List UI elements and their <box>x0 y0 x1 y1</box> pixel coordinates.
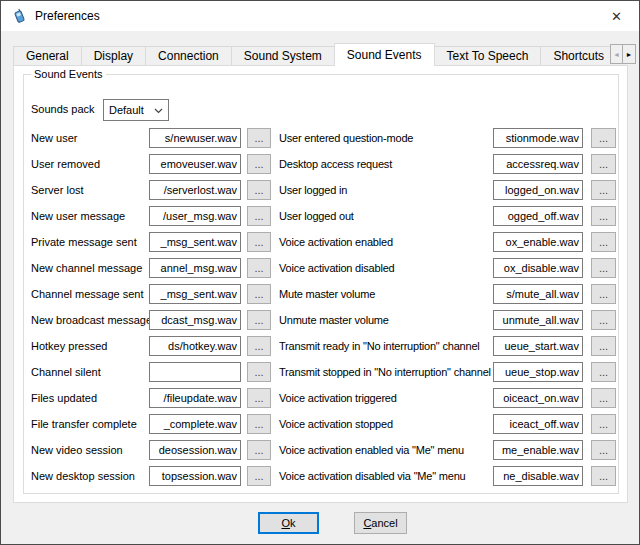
sound-file-input[interactable] <box>493 310 583 330</box>
sound-event-label: User logged in <box>279 184 493 196</box>
tab-text-to-speech[interactable]: Text To Speech <box>435 46 542 66</box>
titlebar: Preferences ✕ <box>1 1 639 31</box>
sound-event-row: File transfer complete ... <box>31 411 271 437</box>
sound-events-column-left: New user ... User removed ... Server los… <box>31 125 271 489</box>
tab-scroll-right-icon[interactable]: ► <box>623 45 635 63</box>
sound-file-input[interactable] <box>493 284 583 304</box>
browse-button[interactable]: ... <box>247 414 271 434</box>
sound-event-label: New broadcast message <box>31 314 149 326</box>
sound-event-row: User removed ... <box>31 151 271 177</box>
sound-file-input[interactable] <box>149 284 241 304</box>
sound-event-row: New user message ... <box>31 203 271 229</box>
sound-event-row: Transmit ready in "No interruption" chan… <box>279 333 616 359</box>
tab-strip: General Display Connection Sound System … <box>13 43 613 66</box>
browse-button[interactable]: ... <box>247 180 271 200</box>
sound-file-input[interactable] <box>149 206 241 226</box>
browse-button[interactable]: ... <box>591 388 616 408</box>
browse-button[interactable]: ... <box>247 336 271 356</box>
sound-file-input[interactable] <box>149 232 241 252</box>
sound-file-input[interactable] <box>493 362 583 382</box>
sound-event-label: Desktop access request <box>279 158 493 170</box>
sound-event-label: Unmute master volume <box>279 314 493 326</box>
sound-file-input[interactable] <box>493 128 583 148</box>
browse-button[interactable]: ... <box>591 440 616 460</box>
sound-file-input[interactable] <box>493 258 583 278</box>
sound-file-input[interactable] <box>149 388 241 408</box>
sound-file-input[interactable] <box>149 466 241 486</box>
sound-file-input[interactable] <box>493 154 583 174</box>
browse-button[interactable]: ... <box>591 206 616 226</box>
window-title: Preferences <box>35 9 100 23</box>
close-button[interactable]: ✕ <box>594 1 639 31</box>
sound-file-input[interactable] <box>149 310 241 330</box>
browse-button[interactable]: ... <box>591 180 616 200</box>
browse-button[interactable]: ... <box>591 336 616 356</box>
browse-button[interactable]: ... <box>247 466 271 486</box>
sound-file-input[interactable] <box>493 440 583 460</box>
browse-button[interactable]: ... <box>247 206 271 226</box>
browse-button[interactable]: ... <box>591 154 616 174</box>
app-icon <box>11 8 27 24</box>
tab-general[interactable]: General <box>13 46 82 66</box>
browse-button[interactable]: ... <box>591 466 616 486</box>
sound-file-input[interactable] <box>493 466 583 486</box>
sound-file-input[interactable] <box>149 336 241 356</box>
sound-event-label: Files updated <box>31 392 149 404</box>
sound-file-input[interactable] <box>149 362 241 382</box>
browse-button[interactable]: ... <box>247 232 271 252</box>
cancel-button[interactable]: Cancel <box>354 512 407 534</box>
browse-button[interactable]: ... <box>591 258 616 278</box>
sound-event-row: Voice activation stopped ... <box>279 411 616 437</box>
sound-event-row: Desktop access request ... <box>279 151 616 177</box>
sounds-pack-label: Sounds pack <box>31 103 95 115</box>
sound-file-input[interactable] <box>493 388 583 408</box>
sound-file-input[interactable] <box>493 414 583 434</box>
sound-event-label: Channel silent <box>31 366 149 378</box>
sound-file-input[interactable] <box>493 336 583 356</box>
sound-event-label: Mute master volume <box>279 288 493 300</box>
sound-event-label: Hotkey pressed <box>31 340 149 352</box>
browse-button[interactable]: ... <box>591 284 616 304</box>
ok-button[interactable]: Ok <box>258 512 319 534</box>
sound-file-input[interactable] <box>493 180 583 200</box>
sound-event-label: User entered question-mode <box>279 132 493 144</box>
sound-event-label: New desktop session <box>31 470 149 482</box>
browse-button[interactable]: ... <box>247 258 271 278</box>
sound-event-label: Private message sent <box>31 236 149 248</box>
sound-file-input[interactable] <box>149 414 241 434</box>
chevron-down-icon <box>154 108 163 114</box>
tab-scroll-left-icon[interactable]: ◄ <box>611 45 623 63</box>
sound-event-label: Voice activation enabled <box>279 236 493 248</box>
browse-button[interactable]: ... <box>247 128 271 148</box>
sound-file-input[interactable] <box>149 258 241 278</box>
browse-button[interactable]: ... <box>247 154 271 174</box>
tab-display[interactable]: Display <box>82 46 146 66</box>
tab-sound-events[interactable]: Sound Events <box>334 43 435 66</box>
sound-events-groupbox: Sound Events Sounds pack Default New use… <box>23 74 619 494</box>
browse-button[interactable]: ... <box>591 414 616 434</box>
browse-button[interactable]: ... <box>247 284 271 304</box>
preferences-dialog: Preferences ✕ General Display Connection… <box>0 0 640 545</box>
tab-shortcuts[interactable]: Shortcuts <box>541 46 613 66</box>
browse-button[interactable]: ... <box>247 388 271 408</box>
sound-event-row: Voice activation triggered ... <box>279 385 616 411</box>
sound-file-input[interactable] <box>493 206 583 226</box>
sound-event-label: Transmit ready in "No interruption" chan… <box>279 340 493 352</box>
sound-event-row: New user ... <box>31 125 271 151</box>
browse-button[interactable]: ... <box>591 232 616 252</box>
sound-file-input[interactable] <box>149 128 241 148</box>
sounds-pack-select[interactable]: Default <box>103 99 169 121</box>
sound-file-input[interactable] <box>149 154 241 174</box>
browse-button[interactable]: ... <box>591 362 616 382</box>
sound-file-input[interactable] <box>149 440 241 460</box>
browse-button[interactable]: ... <box>247 362 271 382</box>
browse-button[interactable]: ... <box>591 310 616 330</box>
browse-button[interactable]: ... <box>591 128 616 148</box>
sound-event-row: User logged out ... <box>279 203 616 229</box>
browse-button[interactable]: ... <box>247 440 271 460</box>
sound-file-input[interactable] <box>493 232 583 252</box>
browse-button[interactable]: ... <box>247 310 271 330</box>
sound-file-input[interactable] <box>149 180 241 200</box>
tab-connection[interactable]: Connection <box>146 46 232 66</box>
tab-sound-system[interactable]: Sound System <box>232 46 335 66</box>
